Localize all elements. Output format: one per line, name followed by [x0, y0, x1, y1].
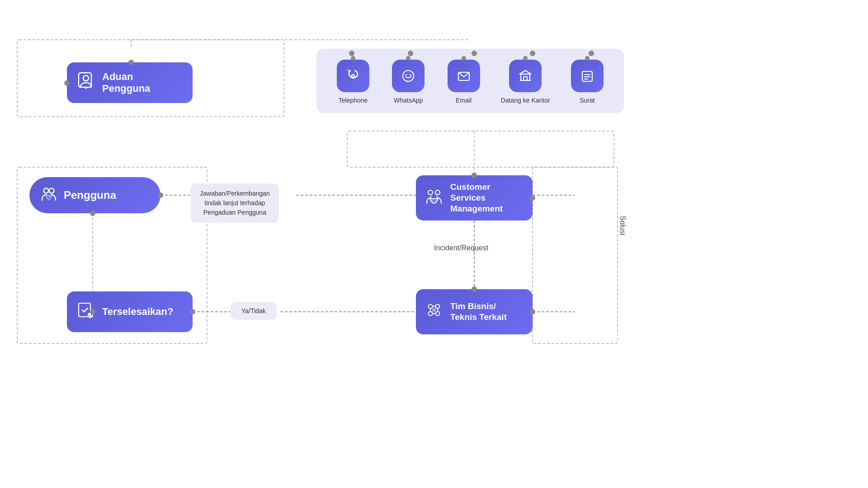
channel-telephone: Telephone: [335, 60, 371, 104]
pengguna-label: Pengguna: [64, 189, 116, 202]
dot-tim-right: [530, 309, 535, 314]
svg-point-42: [429, 312, 433, 316]
svg-point-18: [352, 75, 354, 77]
dot-channels-dk: [530, 51, 535, 56]
channels-group: Telephone WhatsApp Email: [316, 49, 624, 113]
dot-channels-su: [589, 51, 594, 56]
dot-csm-top: [472, 173, 477, 178]
surat-icon: [571, 60, 604, 92]
channel-email: Email: [446, 60, 482, 104]
svg-point-35: [435, 190, 440, 195]
dot-tim-top: [472, 286, 477, 292]
dot-pengguna-right: [158, 192, 163, 198]
svg-point-20: [406, 74, 407, 75]
bubble-jawaban: Jawaban/Perkembangan tindak lanjut terha…: [191, 183, 279, 223]
csm-label: Customer Services Management: [450, 182, 524, 214]
svg-point-43: [436, 312, 440, 316]
node-pengguna: Pengguna: [29, 177, 160, 213]
svg-point-40: [429, 305, 433, 309]
svg-rect-1: [347, 131, 614, 167]
dot-channels-em: [472, 51, 477, 56]
dot-terselesaikan-left: [90, 309, 95, 314]
whatsapp-icon: [392, 60, 425, 92]
dot-pengguna-bottom: [90, 211, 95, 216]
dot-csm-right: [530, 195, 535, 201]
aduan-label: Aduan Pengguna: [102, 71, 150, 95]
aduan-icon: [76, 71, 96, 95]
bubble-ya-tidak: Ya/Tidak: [231, 302, 277, 320]
svg-point-21: [410, 74, 411, 75]
svg-point-31: [83, 75, 89, 81]
svg-rect-24: [524, 77, 527, 80]
dot-aduan-top: [128, 60, 134, 65]
email-label: Email: [456, 97, 472, 104]
dot-channels-wa: [408, 51, 413, 56]
diagram-container: Telephone WhatsApp Email: [0, 0, 868, 488]
node-aduan: Aduan Pengguna: [67, 62, 193, 103]
email-icon: [448, 60, 480, 92]
dot-channels-tel: [349, 51, 354, 56]
svg-point-33: [49, 188, 54, 193]
label-incident: Incident/Request: [434, 244, 488, 252]
node-terselesaikan: Terselesaikan?: [67, 291, 193, 332]
svg-point-34: [428, 190, 433, 195]
channel-whatsapp: WhatsApp: [390, 60, 426, 104]
telephone-label: Telephone: [339, 97, 368, 104]
terselesaikan-label: Terselesaikan?: [102, 306, 173, 318]
ya-tidak-text: Ya/Tidak: [241, 307, 266, 314]
channel-kantor: Datang ke Kantor: [501, 60, 550, 104]
label-solusi: Solusi: [618, 216, 627, 235]
telephone-icon: [337, 60, 369, 92]
whatsapp-label: WhatsApp: [394, 97, 423, 104]
kantor-label: Datang ke Kantor: [501, 97, 550, 104]
svg-point-41: [436, 305, 440, 309]
surat-label: Surat: [580, 97, 594, 104]
dot-aduan-left: [64, 80, 70, 86]
node-tim: Tim Bisnis/ Teknis Terkait: [416, 289, 533, 334]
dot-terselesaikan-right: [190, 309, 195, 314]
node-csm: Customer Services Management: [416, 175, 533, 221]
svg-rect-2: [533, 167, 618, 343]
kantor-icon: [509, 60, 542, 92]
svg-point-32: [44, 188, 49, 193]
pengguna-icon: [40, 185, 57, 206]
jawaban-text: Jawaban/Perkembangan tindak lanjut terha…: [200, 190, 270, 216]
svg-point-19: [403, 70, 414, 81]
csm-icon: [424, 186, 444, 210]
tim-label: Tim Bisnis/ Teknis Terkait: [450, 301, 524, 323]
tim-icon: [424, 300, 444, 324]
channel-surat: Surat: [569, 60, 605, 104]
